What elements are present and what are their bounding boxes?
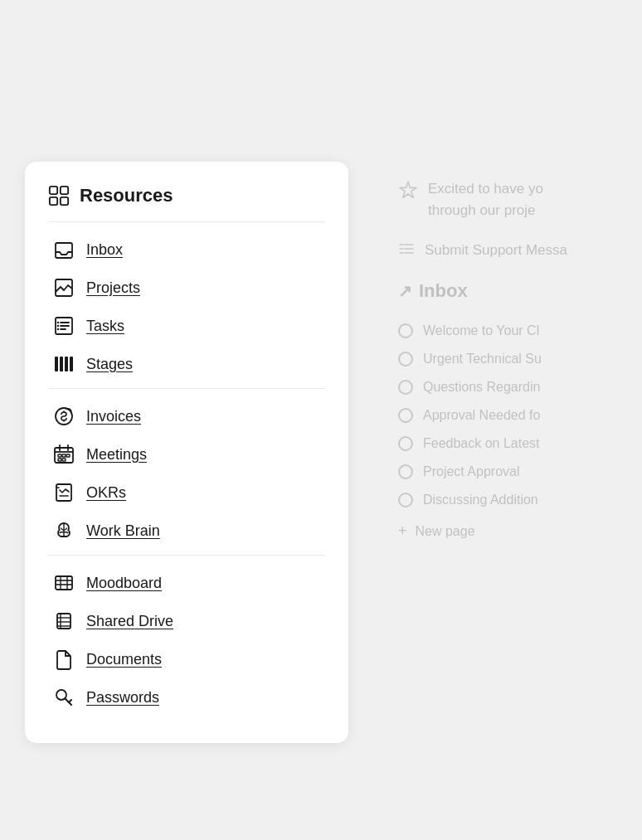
item-circle xyxy=(398,436,413,451)
stages-label: Stages xyxy=(86,356,133,373)
support-text: Submit Support Messa xyxy=(425,242,567,259)
svg-rect-23 xyxy=(62,454,66,457)
meetings-label: Meetings xyxy=(86,446,147,464)
inbox-list: Welcome to Your Cl Urgent Technical Su Q… xyxy=(390,317,642,514)
main-container: Resources Inbox xyxy=(0,0,642,840)
inbox-item-text: Approval Needed fo xyxy=(423,408,540,423)
item-circle xyxy=(398,352,413,367)
divider-top xyxy=(48,221,325,222)
inbox-icon xyxy=(53,239,75,260)
passwords-icon xyxy=(53,687,75,708)
svg-rect-14 xyxy=(60,357,63,371)
sidebar-item-projects[interactable]: Projects xyxy=(48,269,325,307)
sidebar-item-invoices[interactable]: Invoices xyxy=(48,397,325,435)
svg-rect-16 xyxy=(70,357,73,371)
okrs-icon xyxy=(53,482,75,503)
divider-mid1 xyxy=(48,388,325,389)
resources-icon xyxy=(48,185,70,206)
sidebar-item-okrs[interactable]: OKRs xyxy=(48,473,325,512)
projects-icon xyxy=(53,277,75,299)
stages-icon xyxy=(53,353,75,375)
svg-rect-22 xyxy=(58,454,61,457)
starred-item: Excited to have yo through our proje xyxy=(390,178,642,221)
item-circle xyxy=(398,380,413,395)
documents-label: Documents xyxy=(86,651,162,668)
list-item: Questions Regardin xyxy=(390,373,642,401)
svg-rect-4 xyxy=(56,243,72,258)
arrow-up-right-icon: ↗ xyxy=(398,281,412,301)
list-item: Approval Needed fo xyxy=(390,401,642,430)
svg-rect-5 xyxy=(56,279,72,296)
list-item: Welcome to Your Cl xyxy=(390,317,642,345)
invoices-icon xyxy=(53,405,75,427)
nav-group-3: Moodboard Shared Drive xyxy=(48,564,325,716)
moodboard-label: Moodboard xyxy=(86,575,162,592)
sidebar-item-moodboard[interactable]: Moodboard xyxy=(48,564,325,602)
okrs-label: OKRs xyxy=(86,484,126,502)
meetings-icon xyxy=(53,444,75,465)
list-item: Project Approval xyxy=(390,458,642,486)
inbox-item-text: Project Approval xyxy=(423,464,520,479)
shared-drive-icon xyxy=(53,610,75,632)
svg-rect-1 xyxy=(61,187,68,194)
nav-group-1: Inbox Projects xyxy=(48,231,325,383)
sidebar-item-stages[interactable]: Stages xyxy=(48,345,325,383)
svg-rect-24 xyxy=(66,454,70,457)
svg-rect-26 xyxy=(62,459,66,461)
svg-rect-13 xyxy=(55,357,58,371)
svg-rect-2 xyxy=(50,197,57,205)
svg-line-42 xyxy=(69,700,71,702)
list-item: Discussing Addition xyxy=(390,486,642,514)
right-panel: Excited to have yo through our proje xyxy=(390,162,642,825)
divider-mid2 xyxy=(48,555,325,556)
svg-rect-15 xyxy=(65,357,68,371)
item-circle xyxy=(398,493,413,507)
sidebar-item-work-brain[interactable]: Work Brain xyxy=(48,512,325,550)
inbox-item-text: Feedback on Latest xyxy=(423,436,540,451)
inbox-item-text: Welcome to Your Cl xyxy=(423,323,539,338)
tasks-icon xyxy=(53,315,75,337)
item-circle xyxy=(398,323,413,338)
sidebar-title: Resources xyxy=(80,185,173,206)
tasks-label: Tasks xyxy=(86,318,124,335)
item-circle xyxy=(398,408,413,423)
item-circle xyxy=(398,464,413,479)
passwords-label: Passwords xyxy=(86,689,159,706)
svg-point-12 xyxy=(57,328,59,330)
svg-rect-0 xyxy=(50,187,57,194)
shared-drive-label: Shared Drive xyxy=(86,613,173,630)
projects-label: Projects xyxy=(86,279,140,297)
new-page-item[interactable]: + New page xyxy=(390,514,642,548)
sidebar-panel: Resources Inbox xyxy=(25,162,348,743)
new-page-text: New page xyxy=(416,524,475,539)
nav-group-2: Invoices Meetings xyxy=(48,397,325,550)
starred-text: Excited to have yo through our proje xyxy=(428,178,543,221)
support-item: Submit Support Messa xyxy=(390,240,642,260)
inbox-item-text: Discussing Addition xyxy=(423,493,538,507)
sidebar-item-tasks[interactable]: Tasks xyxy=(48,307,325,345)
invoices-label: Invoices xyxy=(86,408,141,425)
documents-icon xyxy=(53,648,75,670)
list-item: Urgent Technical Su xyxy=(390,345,642,373)
plus-icon: + xyxy=(398,522,407,540)
inbox-item-text: Questions Regardin xyxy=(423,380,540,395)
sidebar-item-inbox[interactable]: Inbox xyxy=(48,231,325,269)
star-icon xyxy=(398,180,418,203)
inbox-section-title: ↗ Inbox xyxy=(390,280,642,302)
svg-point-11 xyxy=(57,325,59,327)
sidebar-item-shared-drive[interactable]: Shared Drive xyxy=(48,602,325,640)
right-content: Excited to have yo through our proje xyxy=(390,162,642,565)
work-brain-label: Work Brain xyxy=(86,522,160,540)
inbox-label: Inbox xyxy=(86,241,123,259)
sidebar-header: Resources xyxy=(48,185,325,206)
moodboard-icon xyxy=(53,572,75,594)
svg-point-10 xyxy=(57,322,59,323)
list-icon xyxy=(398,240,415,260)
svg-rect-27 xyxy=(56,484,71,501)
inbox-item-text: Urgent Technical Su xyxy=(423,352,542,367)
sidebar-item-meetings[interactable]: Meetings xyxy=(48,435,325,473)
svg-rect-30 xyxy=(56,576,72,590)
svg-rect-3 xyxy=(61,197,68,205)
sidebar-item-passwords[interactable]: Passwords xyxy=(48,678,325,716)
sidebar-item-documents[interactable]: Documents xyxy=(48,640,325,678)
